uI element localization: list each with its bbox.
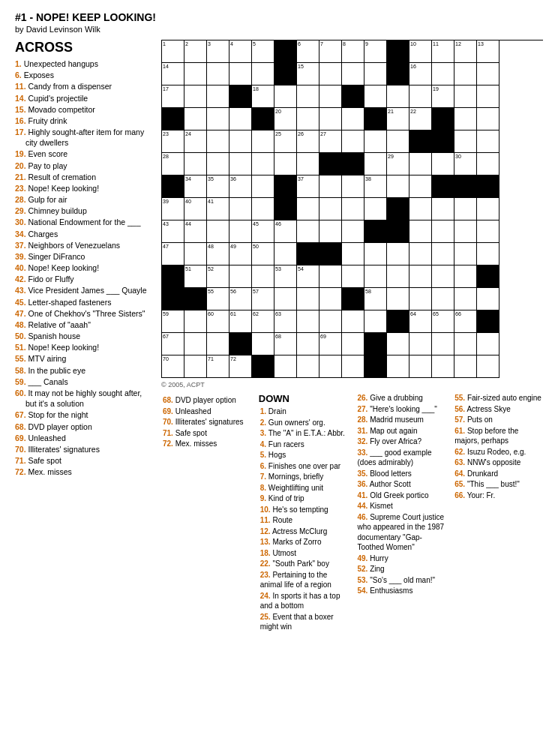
cell-0-8[interactable]: 8 [342, 40, 364, 63]
cell-4-8[interactable] [342, 130, 364, 153]
cell-14-3[interactable]: 72 [230, 356, 252, 378]
cell-5-4[interactable] [252, 153, 274, 176]
cell-2-9[interactable] [364, 86, 387, 108]
cell-14-7[interactable] [320, 356, 342, 378]
cell-0-0[interactable]: 1 [162, 40, 184, 63]
cell-5-10[interactable]: 29 [387, 153, 410, 176]
cell-8-11[interactable] [410, 220, 432, 243]
cell-8-8[interactable] [342, 220, 364, 243]
cell-3-11[interactable]: 22 [410, 108, 432, 130]
cell-7-7[interactable] [320, 198, 342, 220]
cell-3-7[interactable] [320, 108, 342, 130]
cell-2-11[interactable] [410, 86, 432, 108]
cell-5-5[interactable] [274, 153, 297, 176]
cell-13-11[interactable] [410, 333, 432, 356]
cell-8-0[interactable]: 43 [162, 220, 184, 243]
cell-2-10[interactable] [387, 86, 410, 108]
cell-11-13[interactable] [454, 288, 477, 310]
cell-2-12[interactable]: 19 [432, 86, 454, 108]
cell-8-2[interactable] [207, 220, 230, 243]
cell-9-4[interactable]: 50 [252, 243, 274, 266]
cell-14-2[interactable]: 71 [207, 356, 230, 378]
cell-0-14[interactable]: 13 [477, 40, 500, 63]
cell-2-6[interactable] [297, 86, 320, 108]
cell-1-3[interactable] [230, 63, 252, 86]
cell-5-13[interactable]: 30 [454, 153, 477, 176]
cell-0-11[interactable]: 10 [410, 40, 432, 63]
cell-13-1[interactable] [184, 333, 207, 356]
cell-3-6[interactable] [297, 108, 320, 130]
cell-9-10[interactable] [387, 243, 410, 266]
cell-1-2[interactable] [207, 63, 230, 86]
cell-0-7[interactable]: 7 [320, 40, 342, 63]
cell-14-14[interactable] [477, 356, 500, 378]
cell-12-11[interactable]: 64 [410, 310, 432, 333]
cell-8-7[interactable] [320, 220, 342, 243]
cell-3-8[interactable] [342, 108, 364, 130]
cell-9-8[interactable] [342, 243, 364, 266]
cell-14-8[interactable] [342, 356, 364, 378]
cell-5-12[interactable] [432, 153, 454, 176]
cell-8-3[interactable] [230, 220, 252, 243]
cell-0-1[interactable]: 2 [184, 40, 207, 63]
cell-14-1[interactable] [184, 356, 207, 378]
cell-12-9[interactable] [364, 310, 387, 333]
cell-10-5[interactable]: 53 [274, 266, 297, 288]
cell-7-8[interactable] [342, 198, 364, 220]
cell-13-0[interactable]: 67 [162, 333, 184, 356]
cell-7-12[interactable] [432, 198, 454, 220]
cell-13-4[interactable] [252, 333, 274, 356]
cell-3-5[interactable]: 20 [274, 108, 297, 130]
cell-12-8[interactable] [342, 310, 364, 333]
cell-5-3[interactable] [230, 153, 252, 176]
cell-7-6[interactable] [297, 198, 320, 220]
cell-10-1[interactable]: 51 [184, 266, 207, 288]
cell-3-3[interactable] [230, 108, 252, 130]
cell-8-6[interactable] [297, 220, 320, 243]
cell-9-9[interactable] [364, 243, 387, 266]
cell-1-1[interactable] [184, 63, 207, 86]
cell-10-7[interactable] [320, 266, 342, 288]
cell-3-14[interactable] [477, 108, 500, 130]
cell-10-2[interactable]: 52 [207, 266, 230, 288]
cell-6-3[interactable]: 36 [230, 176, 252, 198]
cell-2-2[interactable] [207, 86, 230, 108]
cell-12-7[interactable] [320, 310, 342, 333]
cell-6-2[interactable]: 35 [207, 176, 230, 198]
cell-6-1[interactable]: 34 [184, 176, 207, 198]
cell-9-3[interactable]: 49 [230, 243, 252, 266]
cell-14-11[interactable] [410, 356, 432, 378]
cell-11-12[interactable] [432, 288, 454, 310]
cell-14-5[interactable] [274, 356, 297, 378]
cell-4-9[interactable] [364, 130, 387, 153]
cell-2-1[interactable] [184, 86, 207, 108]
cell-1-9[interactable] [364, 63, 387, 86]
cell-4-7[interactable]: 27 [320, 130, 342, 153]
cell-10-13[interactable] [454, 266, 477, 288]
cell-9-1[interactable] [184, 243, 207, 266]
cell-2-7[interactable] [320, 86, 342, 108]
cell-7-13[interactable] [454, 198, 477, 220]
cell-0-6[interactable]: 6 [297, 40, 320, 63]
cell-13-12[interactable] [432, 333, 454, 356]
cell-2-5[interactable] [274, 86, 297, 108]
cell-6-6[interactable]: 37 [297, 176, 320, 198]
cell-8-14[interactable] [477, 220, 500, 243]
cell-10-6[interactable]: 54 [297, 266, 320, 288]
cell-1-14[interactable] [477, 63, 500, 86]
cell-12-1[interactable] [184, 310, 207, 333]
cell-7-11[interactable] [410, 198, 432, 220]
cell-3-13[interactable] [454, 108, 477, 130]
cell-2-4[interactable]: 18 [252, 86, 274, 108]
cell-4-6[interactable]: 26 [297, 130, 320, 153]
cell-6-8[interactable] [342, 176, 364, 198]
cell-12-12[interactable]: 65 [432, 310, 454, 333]
cell-4-5[interactable]: 25 [274, 130, 297, 153]
cell-1-7[interactable] [320, 63, 342, 86]
cell-9-13[interactable] [454, 243, 477, 266]
cell-10-10[interactable] [387, 266, 410, 288]
cell-2-0[interactable]: 17 [162, 86, 184, 108]
cell-3-2[interactable] [207, 108, 230, 130]
cell-14-6[interactable] [297, 356, 320, 378]
cell-3-10[interactable]: 21 [387, 108, 410, 130]
